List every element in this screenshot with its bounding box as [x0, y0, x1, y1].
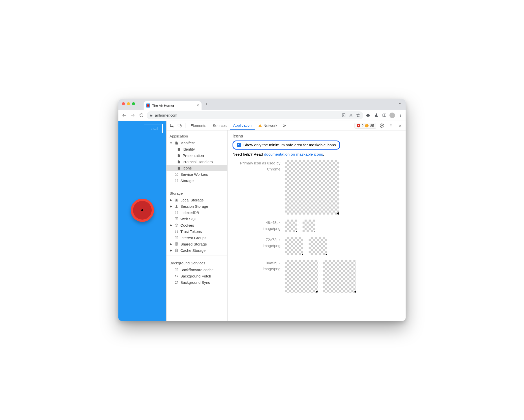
- sidebar-item-service-workers[interactable]: ▶Service Workers: [167, 171, 227, 178]
- mime-label: image/png: [233, 266, 280, 272]
- minimize-window-button[interactable]: [127, 102, 130, 105]
- svg-point-23: [391, 126, 391, 127]
- sidebar-item-cookies[interactable]: ▶Cookies: [167, 222, 227, 228]
- icon-96-preview-1: [285, 260, 318, 293]
- browser-window: The Air Horner × ＋ airhorner.com: [118, 99, 406, 321]
- sidebar-item-trust-tokens[interactable]: ▶Trust Tokens: [167, 228, 227, 235]
- sidebar-item-cache-storage[interactable]: ▶Cache Storage: [167, 247, 227, 254]
- icon-row-48: 48×48px image/png: [233, 220, 401, 232]
- size-label: 96×96px: [266, 261, 280, 265]
- maximize-window-button[interactable]: [132, 102, 135, 105]
- inspect-element-icon[interactable]: [169, 122, 176, 129]
- lock-icon: [150, 114, 153, 117]
- cookie-icon: [174, 223, 179, 227]
- side-panel-icon[interactable]: [381, 113, 387, 118]
- primary-label-2: Chrome: [233, 166, 280, 172]
- nav-reload-button[interactable]: [138, 112, 145, 119]
- share-icon[interactable]: [349, 113, 353, 117]
- airhorner-favicon-icon: [146, 103, 150, 108]
- database-icon: [174, 211, 179, 215]
- sidebar-item-bg-sync[interactable]: ▶Background Sync: [167, 279, 227, 286]
- svg-point-43: [175, 230, 178, 231]
- svg-rect-10: [383, 114, 386, 117]
- bookmark-star-icon[interactable]: [356, 113, 360, 117]
- labs-flask-icon[interactable]: [373, 113, 379, 118]
- svg-point-27: [175, 179, 178, 180]
- sidebar-item-shared-storage[interactable]: ▶Shared Storage: [167, 241, 227, 247]
- warning-badge-icon: !: [365, 124, 369, 127]
- icons-panel: Icons Show only the minimum safe area fo…: [227, 130, 406, 321]
- tab-close-button[interactable]: ×: [197, 103, 199, 108]
- sidebar-item-identity[interactable]: Identity: [167, 146, 227, 152]
- devtools-settings-gear-icon[interactable]: [378, 122, 385, 129]
- tabs-overflow-button[interactable]: [398, 102, 402, 105]
- extensions-puzzle-icon[interactable]: [365, 113, 371, 118]
- gear-icon: [174, 172, 179, 176]
- window-titlebar: The Air Horner × ＋: [118, 99, 406, 110]
- warning-count: 85: [370, 124, 374, 128]
- database-icon: [174, 230, 179, 233]
- database-icon: [174, 249, 179, 252]
- devtools-close-button[interactable]: [397, 122, 404, 129]
- devtools-tab-application[interactable]: Application: [230, 121, 255, 130]
- svg-point-42: [177, 225, 177, 226]
- mime-label: image/png: [233, 226, 280, 232]
- sidebar-item-protocol-handlers[interactable]: Protocol Handlers: [167, 159, 227, 165]
- size-label: 72×72px: [266, 237, 280, 242]
- svg-point-12: [400, 114, 401, 115]
- sidebar-item-manifest[interactable]: ▼ Manifest: [167, 140, 227, 146]
- sidebar-item-bg-fetch[interactable]: ▶Background Fetch: [167, 273, 227, 279]
- svg-point-14: [400, 116, 401, 117]
- nav-back-button[interactable]: [121, 112, 127, 119]
- devtools-tabbar: Elements Sources Application Network ✕ 2: [167, 121, 406, 130]
- browser-tab[interactable]: The Air Horner ×: [144, 101, 202, 110]
- new-tab-button[interactable]: ＋: [204, 101, 209, 107]
- sidebar-item-local-storage[interactable]: ▶Local Storage: [167, 197, 227, 203]
- maskable-safe-area-checkbox[interactable]: [237, 143, 241, 147]
- toolbar-right: [365, 113, 403, 118]
- sidebar-item-web-sql[interactable]: ▶Web SQL: [167, 216, 227, 222]
- svg-point-37: [175, 217, 178, 218]
- maskable-safe-area-label[interactable]: Show only the minimum safe area for mask…: [243, 143, 336, 147]
- maskable-docs-link[interactable]: documentation on maskable icons: [264, 152, 323, 156]
- sidebar-section-storage: Storage: [167, 190, 227, 197]
- primary-icon-preview: [285, 160, 339, 215]
- devtools-tabs-overflow[interactable]: [281, 122, 288, 129]
- page-install-button[interactable]: Install: [144, 124, 163, 133]
- profile-avatar-icon[interactable]: [389, 113, 395, 118]
- svg-point-40: [177, 225, 177, 225]
- install-pwa-icon[interactable]: [342, 113, 346, 117]
- database-icon: [174, 236, 179, 240]
- table-icon: [174, 198, 179, 202]
- address-bar[interactable]: airhorner.com: [147, 111, 363, 119]
- file-icon: [174, 141, 179, 145]
- file-icon: [177, 148, 181, 151]
- application-sidebar: Application ▼ Manifest Identity Presenta…: [167, 130, 227, 321]
- help-text: Need help? Read documentation on maskabl…: [233, 152, 401, 157]
- icon-row-96: 96×96px image/png: [233, 260, 401, 293]
- device-toggle-icon[interactable]: [176, 122, 183, 129]
- page-viewport: Install: [118, 121, 166, 321]
- sidebar-item-storage-app[interactable]: ▶Storage: [167, 178, 227, 184]
- svg-rect-19: [260, 126, 260, 127]
- svg-point-45: [175, 242, 178, 243]
- svg-point-21: [391, 124, 391, 125]
- maskable-safe-area-option: Show only the minimum safe area for mask…: [233, 141, 340, 150]
- window-controls: [122, 102, 135, 105]
- console-issue-counts[interactable]: ✕ 2 ! 85: [354, 123, 376, 129]
- nav-forward-button[interactable]: [129, 112, 136, 119]
- close-window-button[interactable]: [122, 102, 125, 105]
- sidebar-item-indexeddb[interactable]: ▶IndexedDB: [167, 209, 227, 216]
- sidebar-item-session-storage[interactable]: ▶Session Storage: [167, 203, 227, 209]
- browser-menu-button[interactable]: [398, 113, 403, 118]
- devtools-tab-network[interactable]: Network: [255, 121, 280, 130]
- url-text: airhorner.com: [155, 113, 177, 117]
- devtools-menu-button[interactable]: [387, 122, 395, 129]
- airhorn-graphic[interactable]: [131, 199, 154, 222]
- devtools-tab-sources[interactable]: Sources: [210, 121, 230, 130]
- devtools-tab-elements[interactable]: Elements: [187, 121, 209, 130]
- sidebar-item-icons[interactable]: Icons: [167, 165, 227, 171]
- sidebar-item-interest-groups[interactable]: ▶Interest Groups: [167, 235, 227, 241]
- sidebar-item-bf-cache[interactable]: ▶Back/forward cache: [167, 267, 227, 273]
- sidebar-item-presentation[interactable]: Presentation: [167, 152, 227, 159]
